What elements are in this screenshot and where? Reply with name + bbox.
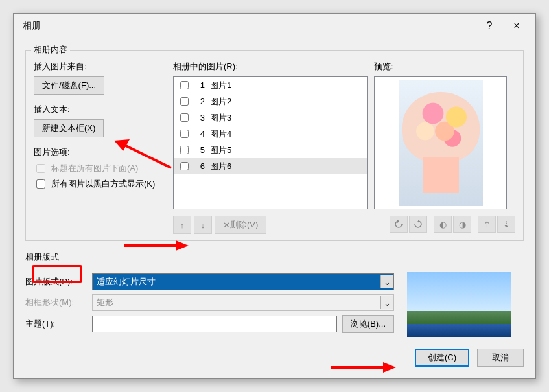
theme-input[interactable] (92, 316, 337, 332)
list-item-checkbox[interactable] (180, 162, 189, 170)
list-item-name: 图片3 (210, 112, 231, 124)
browse-button[interactable]: 浏览(B)... (342, 315, 394, 333)
caption-below-checkbox: 标题在所有图片下面(A) (34, 162, 173, 175)
album-layout-legend: 相册版式 (25, 251, 524, 263)
close-button[interactable]: × (503, 16, 530, 36)
contrast-down-button[interactable]: ⇣ (497, 216, 515, 233)
insert-from-label: 插入图片来自: (34, 61, 173, 73)
caption-below-input (36, 164, 45, 173)
list-item[interactable]: 2图片2 (174, 93, 367, 110)
album-layout-block: 相册版式 图片版式(P): 适应幻灯片尺寸 ⌄ 相框形状(M): 矩形 (25, 246, 524, 337)
all-bw-input[interactable] (36, 179, 45, 189)
dialog-body: 相册内容 插入图片来自: 文件/磁盘(F)... 插入文本: 新建文本框(X) … (14, 38, 535, 349)
chevron-down-icon: ⌄ (380, 296, 393, 309)
list-item-index: 5 (196, 145, 205, 155)
cancel-button[interactable]: 取消 (477, 349, 524, 367)
list-item-name: 图片5 (210, 144, 231, 156)
insert-text-label: 插入文本: (34, 104, 173, 115)
new-textbox-button[interactable]: 新建文本框(X) (34, 119, 104, 137)
photo-album-dialog: 相册 ? × 相册内容 插入图片来自: 文件/磁盘(F)... 插入文本: 新建… (13, 13, 536, 379)
create-button[interactable]: 创建(C) (415, 349, 469, 367)
list-item-checkbox[interactable] (180, 130, 189, 138)
picture-listbox[interactable]: 1图片12图片23图片34图片45图片56图片6 (173, 76, 368, 209)
list-item-checkbox[interactable] (180, 81, 189, 89)
picture-layout-label: 图片版式(P): (25, 276, 87, 288)
list-item-index: 1 (196, 80, 205, 90)
dialog-footer: 创建(C) 取消 (14, 349, 535, 378)
preview-image (399, 80, 483, 206)
theme-label: 主题(T): (25, 318, 87, 330)
list-item-index: 6 (196, 161, 205, 171)
list-item[interactable]: 4图片4 (174, 126, 367, 142)
picture-options-label: 图片选项: (34, 146, 173, 158)
list-item-checkbox[interactable] (180, 97, 189, 106)
list-item-index: 3 (196, 113, 205, 122)
album-content-legend: 相册内容 (31, 44, 70, 56)
list-item-name: 图片2 (210, 96, 231, 108)
move-down-button[interactable]: ↓ (194, 216, 212, 234)
preview-column: 预览: ◐ ◑ ⇡ ⇣ (374, 60, 515, 234)
picture-list-column: 相册中的图片(R): 1图片12图片23图片34图片45图片56图片6 ↑ ↓ … (173, 60, 374, 234)
titlebar: 相册 ? × (14, 14, 535, 38)
list-item-checkbox[interactable] (180, 113, 189, 122)
picture-layout-row: 图片版式(P): 适应幻灯片尺寸 ⌄ (25, 273, 394, 290)
list-item[interactable]: 6图片6 (174, 158, 367, 174)
all-bw-checkbox[interactable]: 所有图片以黑白方式显示(K) (34, 178, 173, 190)
list-item-index: 4 (196, 129, 205, 139)
image-adjust-toolbar: ◐ ◑ ⇡ ⇣ (374, 216, 515, 233)
album-content-fieldset: 相册内容 插入图片来自: 文件/磁盘(F)... 插入文本: 新建文本框(X) … (25, 50, 524, 241)
contrast-up-button[interactable]: ⇡ (478, 216, 496, 233)
insert-column: 插入图片来自: 文件/磁盘(F)... 插入文本: 新建文本框(X) 图片选项:… (34, 60, 173, 234)
frame-shape-row: 相框形状(M): 矩形 ⌄ (25, 294, 394, 311)
list-item[interactable]: 1图片1 (174, 77, 367, 93)
brightness-up-button[interactable]: ◐ (434, 216, 452, 233)
list-item-name: 图片4 (210, 128, 231, 140)
chevron-down-icon: ⌄ (380, 275, 393, 288)
preview-label: 预览: (374, 61, 515, 73)
rotate-right-button[interactable] (409, 216, 427, 233)
rotate-left-button[interactable] (390, 216, 408, 233)
picture-layout-select[interactable]: 适应幻灯片尺寸 ⌄ (92, 273, 394, 290)
theme-row: 主题(T): 浏览(B)... (25, 315, 394, 333)
list-toolbar: ↑ ↓ ✕ 删除(V) (173, 216, 374, 234)
preview-pane (374, 76, 507, 209)
frame-shape-label: 相框形状(M): (25, 297, 87, 308)
layout-thumbnail (407, 272, 511, 337)
pictures-in-album-label: 相册中的图片(R): (173, 61, 374, 73)
list-item-checkbox[interactable] (180, 146, 189, 154)
list-item-name: 图片1 (210, 80, 231, 91)
dialog-title: 相册 (23, 20, 476, 32)
delete-button[interactable]: ✕ 删除(V) (215, 216, 266, 234)
file-disk-button[interactable]: 文件/磁盘(F)... (34, 76, 104, 95)
move-up-button[interactable]: ↑ (173, 216, 191, 234)
list-item-index: 2 (196, 97, 205, 106)
list-item-name: 图片6 (210, 161, 231, 172)
frame-shape-select: 矩形 ⌄ (92, 294, 394, 311)
list-item[interactable]: 3图片3 (174, 110, 367, 126)
brightness-down-button[interactable]: ◑ (453, 216, 471, 233)
help-button[interactable]: ? (476, 16, 503, 36)
list-item[interactable]: 5图片5 (174, 142, 367, 158)
